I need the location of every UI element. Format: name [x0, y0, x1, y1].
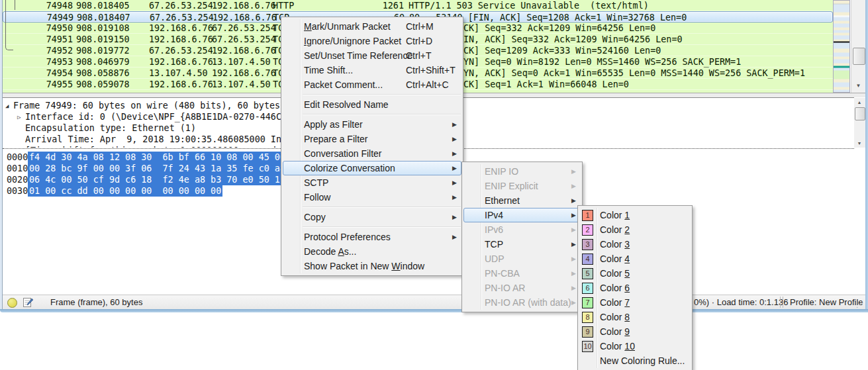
detail-scrollbar[interactable]: ▲ ▼	[854, 98, 865, 148]
menu-item-udp[interactable]: UDP▶	[462, 252, 582, 266]
packet-no: 74949	[3, 12, 73, 23]
menu-item-set-unset-time-reference[interactable]: Set/Unset Time ReferenceCtrl+T	[281, 48, 463, 63]
menu-item-color-4[interactable]: Color 44	[578, 252, 692, 266]
menu-item-decode-as[interactable]: Decode As...	[281, 244, 463, 259]
window-border-left	[0, 0, 3, 309]
submenu-arrow-icon: ▶	[571, 164, 576, 179]
scroll-down-icon[interactable]: ▼	[854, 139, 865, 148]
menu-item-pn-io-ar-with-data[interactable]: PN-IO AR (with data)▶	[462, 295, 582, 310]
submenu-arrow-icon: ▶	[571, 237, 576, 252]
submenu-arrow-icon: ▶	[571, 222, 576, 237]
hex-offset: 0000	[7, 152, 28, 163]
resize-grip-icon[interactable]: ⋰	[856, 301, 863, 309]
submenu-arrow-icon: ▶	[571, 281, 576, 295]
menu-item-mark-unmark-packet[interactable]: Mark/Unmark PacketCtrl+M	[281, 19, 463, 34]
menu-item-packet-comment[interactable]: Packet Comment...Ctrl+Alt+C	[281, 77, 463, 92]
packet-source: 67.26.53.254	[149, 0, 213, 11]
tree-collapsed-icon[interactable]: ▷	[17, 112, 21, 123]
submenu-arrow-icon: ▶	[571, 179, 576, 193]
menu-item-label: Color 3	[600, 237, 630, 252]
menu-separator	[281, 205, 463, 210]
menu-item-color-5[interactable]: Color 55	[578, 266, 692, 281]
submenu-arrow-icon: ▶	[452, 146, 457, 161]
menu-item-pn-io-ar[interactable]: PN-IO AR▶	[462, 281, 582, 295]
packet-destination: 67.26.53.254	[212, 23, 276, 34]
submenu-arrow-icon: ▶	[571, 295, 576, 310]
menu-item-show-packet-in-new-window[interactable]: Show Packet in New Window	[281, 259, 463, 273]
menu-item-new-coloring-rule[interactable]: New Coloring Rule...	[578, 353, 692, 368]
submenu-arrow-icon: ▶	[452, 117, 457, 132]
menu-item-label: Packet Comment...	[304, 77, 383, 92]
status-profile[interactable]: Profile: New Profile	[790, 297, 863, 307]
submenu-arrow-icon: ▶	[571, 252, 576, 266]
menu-item-ethernet[interactable]: Ethernet▶	[462, 193, 582, 208]
packet-info: YN] Seq=0 Win=8192 Len=0 MSS=1460 WS=256…	[463, 56, 741, 68]
hex-bytes-selected[interactable]: f4 4d 30 4a 08 12 08 30 6b bf 66 10 08 0…	[28, 152, 287, 163]
menu-item-ipv4[interactable]: IPv4▶	[462, 208, 582, 222]
menu-item-color-9[interactable]: Color 99	[578, 324, 692, 339]
menu-item-pn-cba[interactable]: PN-CBA▶	[462, 266, 582, 281]
menu-item-shortcut: Ctrl+T	[406, 48, 432, 63]
packet-length: 1261	[360, 0, 404, 11]
menu-item-label: New Coloring Rule...	[600, 353, 685, 368]
menu-item-conversation-filter[interactable]: Conversation Filter▶	[281, 146, 463, 161]
color-swatch-icon: 8	[582, 312, 593, 323]
hex-bytes-selected[interactable]: 06 4c 00 50 cf 9d c6 18 f2 4e a8 b3 70 e…	[28, 174, 287, 185]
packet-source: 192.168.6.76	[149, 23, 213, 34]
menu-item-color-3[interactable]: Color 33	[578, 237, 692, 252]
menu-item-time-shift[interactable]: Time Shift...Ctrl+Shift+T	[281, 63, 463, 77]
scrollbar-thumb[interactable]	[853, 48, 865, 65]
tree-expanded-icon[interactable]: ◢	[5, 101, 9, 112]
menu-item-color-2[interactable]: Color 22	[578, 222, 692, 237]
menu-item-label: PN-IO AR (with data)	[485, 295, 571, 310]
menu-item-protocol-preferences[interactable]: Protocol Preferences▶	[281, 230, 463, 244]
window-border-right	[865, 0, 868, 312]
color-choice-submenu: Color 11Color 22Color 33Color 44Color 55…	[577, 205, 693, 370]
hex-bytes-selected[interactable]: 01 00 cc dd 00 00 00 00 00 00 00 00	[28, 185, 222, 197]
related-packet-tick-icon	[15, 0, 15, 10]
menu-item-color-8[interactable]: Color 88	[578, 310, 692, 324]
menu-item-ipv6[interactable]: IPv6▶	[462, 222, 582, 237]
scroll-up-icon[interactable]: ▲	[854, 98, 865, 107]
menu-item-color-10[interactable]: Color 1010	[578, 339, 692, 353]
submenu-arrow-icon: ▶	[452, 230, 457, 244]
menu-separator	[281, 224, 463, 230]
packet-row[interactable]: 74948908.01840567.26.53.254192.168.6.76H…	[3, 0, 833, 11]
menu-separator	[281, 112, 463, 117]
menu-item-edit-resolved-name[interactable]: Edit Resolved Name	[281, 97, 463, 112]
menu-item-color-1[interactable]: Color 11	[578, 208, 692, 222]
menu-item-apply-as-filter[interactable]: Apply as Filter▶	[281, 117, 463, 132]
packet-list-scrollbar[interactable]: ▼	[851, 0, 866, 93]
packet-source: 192.168.6.76	[149, 56, 213, 68]
scroll-down-icon[interactable]: ▼	[851, 81, 865, 91]
menu-item-ignore-unignore-packet[interactable]: Ignore/Unignore PacketCtrl+D	[281, 34, 463, 48]
wireshark-screen: 74948908.01840567.26.53.254192.168.6.76H…	[0, 0, 868, 370]
menu-item-sctp[interactable]: SCTP▶	[281, 175, 463, 190]
expert-info-icon[interactable]	[7, 298, 17, 308]
menu-item-label: Ignore/Unignore Packet	[304, 34, 401, 48]
tree-row-text: Interface id: 0 (\Device\NPF_{A8B1E1DA-0…	[25, 111, 308, 122]
menu-item-label: PN-IO AR	[485, 281, 525, 295]
packet-info: YN, ACK] Seq=0 Ack=1 Win=65535 Len=0 MSS…	[463, 68, 805, 79]
packet-time: 908.019772	[76, 45, 130, 56]
menu-item-label: ENIP IO	[485, 164, 518, 179]
menu-item-tcp[interactable]: TCP▶	[462, 237, 582, 252]
scrollbar-thumb[interactable]	[855, 107, 865, 120]
hex-bytes-selected[interactable]: 00 28 bc 9f 00 00 3f 06 7f 24 43 1a 35 f…	[28, 163, 287, 174]
menu-item-prepare-a-filter[interactable]: Prepare a Filter▶	[281, 132, 463, 146]
status-separator	[780, 297, 783, 308]
intelligent-scrollbar-minimap[interactable]	[833, 0, 850, 93]
color-swatch-icon: 5	[582, 268, 593, 279]
menu-item-copy[interactable]: Copy▶	[281, 210, 463, 224]
capture-comment-icon[interactable]	[23, 297, 33, 310]
menu-item-label: PN-CBA	[485, 266, 520, 281]
menu-item-colorize-conversation[interactable]: Colorize Conversation▶	[281, 161, 463, 175]
colorize-protocol-submenu: ENIP IO▶ENIP Explicit▶Ethernet▶IPv4▶IPv6…	[461, 162, 583, 312]
menu-item-follow[interactable]: Follow▶	[281, 190, 463, 205]
menu-item-color-7[interactable]: Color 77	[578, 295, 692, 310]
menu-item-color-6[interactable]: Color 66	[578, 281, 692, 295]
menu-item-enip-explicit[interactable]: ENIP Explicit▶	[462, 179, 582, 193]
menu-item-enip-io[interactable]: ENIP IO▶	[462, 164, 582, 179]
status-field-info: Frame (frame), 60 bytes	[50, 297, 142, 307]
tree-row-text: Encapsulation type: Ethernet (1)	[25, 122, 196, 134]
